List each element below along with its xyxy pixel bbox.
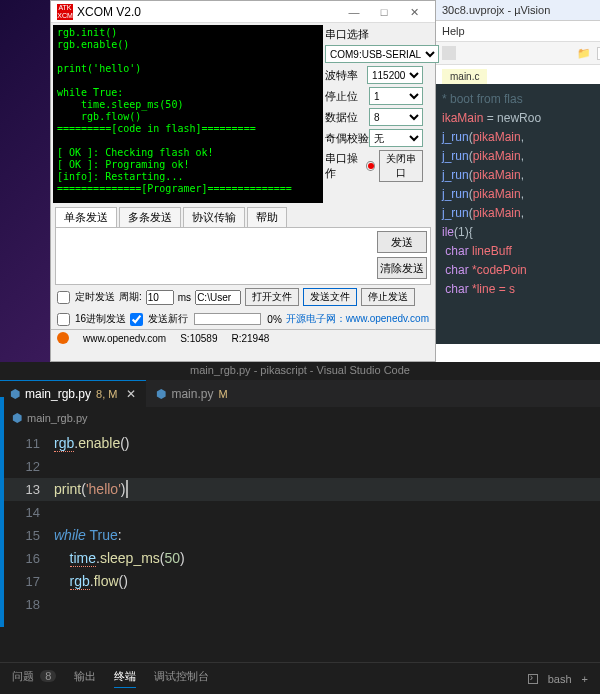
panel-problems[interactable]: 问题 8 xyxy=(12,669,56,688)
send-file-button[interactable]: 发送文件 xyxy=(303,288,357,306)
shell-name[interactable]: bash xyxy=(548,673,572,685)
xcom-statusbar: www.openedv.com S:10589 R:21948 xyxy=(51,329,435,346)
send-options-row1: 定时发送 周期: ms 打开文件 发送文件 停止发送 xyxy=(51,285,435,309)
baud-select[interactable]: 115200 xyxy=(367,66,423,84)
python-icon: ⬢ xyxy=(12,411,22,425)
uvision-toolbar: 📁 weak xyxy=(436,42,600,65)
tab-filename: main_rgb.py xyxy=(25,387,91,401)
line-number: 15 xyxy=(0,524,54,547)
hex-send-checkbox[interactable] xyxy=(57,313,70,326)
line-number: 18 xyxy=(0,593,54,616)
vscode-panel: 问题 8 输出 终端 调试控制台 bash + xyxy=(0,662,600,694)
vscode-editor[interactable]: 11rgb.enable() 12 13print('hello') 14 15… xyxy=(0,429,600,662)
line-number: 12 xyxy=(0,455,54,478)
status-sent: S:10589 xyxy=(180,333,217,344)
promo-link[interactable]: 开源电子网：www.openedv.com xyxy=(286,312,429,326)
line-number: 16 xyxy=(0,547,54,570)
tab-single-send[interactable]: 单条发送 xyxy=(55,207,117,227)
python-icon: ⬢ xyxy=(10,387,20,401)
breadcrumb-file: main_rgb.py xyxy=(27,412,88,424)
xcom-window: ATKXCM XCOM V2.0 — □ ✕ rgb.init() rgb.en… xyxy=(50,0,436,362)
databit-select[interactable]: 8 xyxy=(369,108,423,126)
panel-output[interactable]: 输出 xyxy=(74,669,96,688)
uvision-file-tab[interactable]: main.c xyxy=(442,69,487,84)
xcom-tabs: 单条发送 多条发送 协议传输 帮助 xyxy=(51,205,435,227)
line-number: 13 xyxy=(0,478,54,501)
xcom-titlebar: ATKXCM XCOM V2.0 — □ ✕ xyxy=(51,1,435,23)
vscode-title: main_rgb.py - pikascript - Visual Studio… xyxy=(0,362,600,380)
activity-bar-indicator xyxy=(0,397,4,627)
toolbar-icon[interactable] xyxy=(442,46,456,60)
tab-multi-send[interactable]: 多条发送 xyxy=(119,207,181,227)
open-file-button[interactable]: 打开文件 xyxy=(245,288,299,306)
tab-modifications: M xyxy=(218,388,227,400)
maximize-button[interactable]: □ xyxy=(369,2,399,22)
uvision-title: 30c8.uvprojx - µVision xyxy=(436,0,600,21)
ms-label: ms xyxy=(178,292,191,303)
uvision-window: 30c8.uvprojx - µVision Help 📁 weak main.… xyxy=(436,0,600,362)
progress-bar xyxy=(194,313,261,325)
close-button[interactable]: ✕ xyxy=(399,2,429,22)
serial-op-label: 串口操作 xyxy=(325,151,362,181)
close-serial-button[interactable]: 关闭串口 xyxy=(379,150,423,182)
stopbit-label: 停止位 xyxy=(325,89,369,104)
stop-send-button[interactable]: 停止发送 xyxy=(361,288,415,306)
parity-select[interactable]: 无 xyxy=(369,129,423,147)
send-textarea[interactable] xyxy=(56,228,374,284)
port-select[interactable]: COM9:USB-SERIAL xyxy=(325,45,439,63)
clear-send-button[interactable]: 清除发送 xyxy=(377,257,427,279)
parity-label: 奇偶校验 xyxy=(325,131,369,146)
databit-label: 数据位 xyxy=(325,110,369,125)
period-input[interactable] xyxy=(146,290,174,305)
tab-modifications: 8, M xyxy=(96,388,117,400)
tab-close-icon[interactable]: ✕ xyxy=(126,387,136,401)
panel-terminal[interactable]: 终端 xyxy=(114,669,136,688)
timed-send-label: 定时发送 xyxy=(75,290,115,304)
timed-send-checkbox[interactable] xyxy=(57,291,70,304)
vscode-tabs: ⬢ main_rgb.py 8, M ✕ ⬢ main.py M xyxy=(0,380,600,407)
line-number: 11 xyxy=(0,432,54,455)
vscode-window: main_rgb.py - pikascript - Visual Studio… xyxy=(0,362,600,694)
filepath-input[interactable] xyxy=(195,290,241,305)
new-terminal-button[interactable]: + xyxy=(582,673,588,685)
xcom-title-text: XCOM V2.0 xyxy=(77,5,339,19)
send-options-row2: 16进制发送 发送新行 0% 开源电子网：www.openedv.com xyxy=(51,309,435,329)
newline-checkbox[interactable] xyxy=(130,313,143,326)
tab-main-rgb[interactable]: ⬢ main_rgb.py 8, M ✕ xyxy=(0,380,146,407)
baud-label: 波特率 xyxy=(325,68,367,83)
folder-icon[interactable]: 📁 xyxy=(577,47,591,60)
stopbit-select[interactable]: 1 xyxy=(369,87,423,105)
period-label: 周期: xyxy=(119,290,142,304)
send-area: 发送 清除发送 xyxy=(55,227,431,285)
uvision-editor[interactable]: * boot from flas ikaMain = newRoo j_run(… xyxy=(436,84,600,344)
send-button[interactable]: 发送 xyxy=(377,231,427,253)
panel-debug[interactable]: 调试控制台 xyxy=(154,669,209,688)
line-number: 14 xyxy=(0,501,54,524)
python-icon: ⬢ xyxy=(156,387,166,401)
serial-config-panel: 串口选择 COM9:USB-SERIAL 波特率115200 停止位1 数据位8… xyxy=(325,23,429,205)
hex-send-label: 16进制发送 xyxy=(75,312,126,326)
status-site[interactable]: www.openedv.com xyxy=(83,333,166,344)
minimize-button[interactable]: — xyxy=(339,2,369,22)
tab-protocol[interactable]: 协议传输 xyxy=(183,207,245,227)
tab-help[interactable]: 帮助 xyxy=(247,207,287,227)
newline-label: 发送新行 xyxy=(148,312,188,326)
uvision-search[interactable]: weak xyxy=(597,47,600,60)
status-recv: R:21948 xyxy=(231,333,269,344)
status-dot-icon xyxy=(57,332,69,344)
line-number: 17 xyxy=(0,570,54,593)
record-icon xyxy=(366,161,375,171)
serial-select-label: 串口选择 xyxy=(325,27,423,42)
serial-terminal-output[interactable]: rgb.init() rgb.enable() print('hello') w… xyxy=(53,25,323,203)
tab-main[interactable]: ⬢ main.py M xyxy=(146,380,237,407)
breadcrumb[interactable]: ⬢ main_rgb.py xyxy=(0,407,600,429)
uvision-menu-help[interactable]: Help xyxy=(436,21,600,42)
tab-filename: main.py xyxy=(171,387,213,401)
terminal-icon xyxy=(528,674,538,684)
progress-pct: 0% xyxy=(267,314,281,325)
xcom-logo-icon: ATKXCM xyxy=(57,4,73,20)
